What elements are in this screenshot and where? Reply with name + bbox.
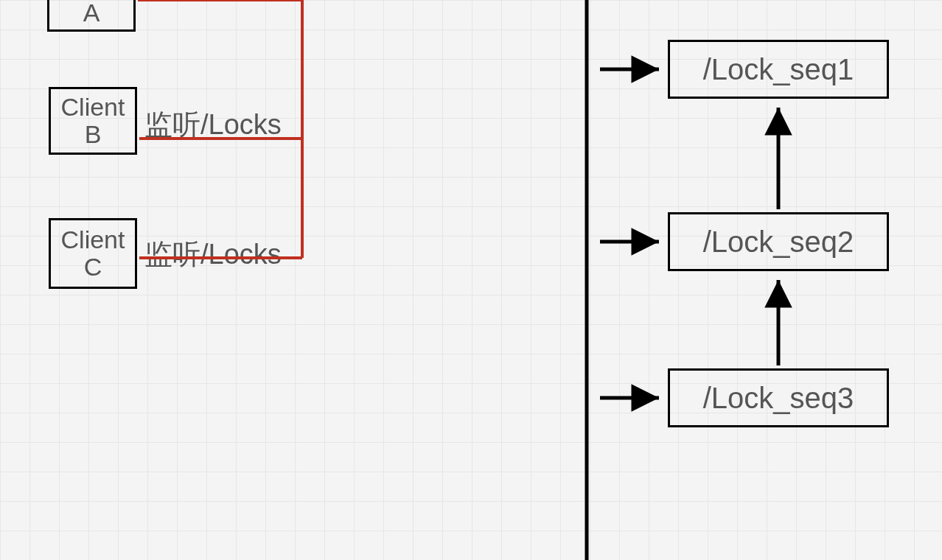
lock-seq3-node: /Lock_seq3 bbox=[668, 368, 889, 427]
lock-seq3-label: /Lock_seq3 bbox=[703, 382, 854, 415]
client-b-node: ClientB bbox=[49, 87, 137, 155]
client-a-label: ClientA bbox=[52, 0, 130, 27]
edge-label-client-b: 监听/Locks bbox=[144, 106, 282, 144]
edge-label-client-c: 监听/Locks bbox=[144, 236, 282, 273]
client-c-node: ClientC bbox=[49, 218, 137, 289]
client-c-label: ClientC bbox=[54, 226, 132, 281]
lock-seq2-node: /Lock_seq2 bbox=[668, 212, 889, 271]
lock-seq1-label: /Lock_seq1 bbox=[703, 53, 854, 86]
lock-seq2-label: /Lock_seq2 bbox=[703, 225, 854, 259]
lock-seq1-node: /Lock_seq1 bbox=[668, 40, 889, 99]
client-a-node: ClientA bbox=[47, 0, 136, 32]
client-b-label: ClientB bbox=[54, 94, 132, 149]
